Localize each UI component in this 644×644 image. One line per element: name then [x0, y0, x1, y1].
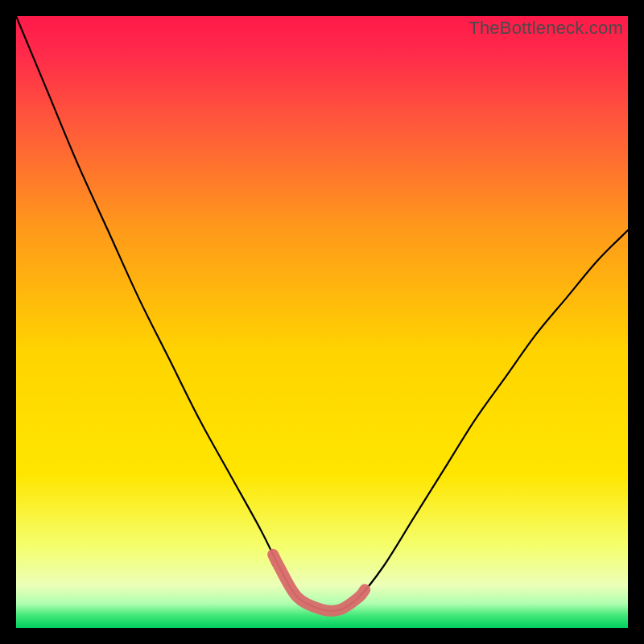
bottleneck-curve	[16, 16, 628, 628]
chart-frame: TheBottleneck.com	[16, 16, 628, 628]
watermark-text: TheBottleneck.com	[469, 18, 623, 39]
